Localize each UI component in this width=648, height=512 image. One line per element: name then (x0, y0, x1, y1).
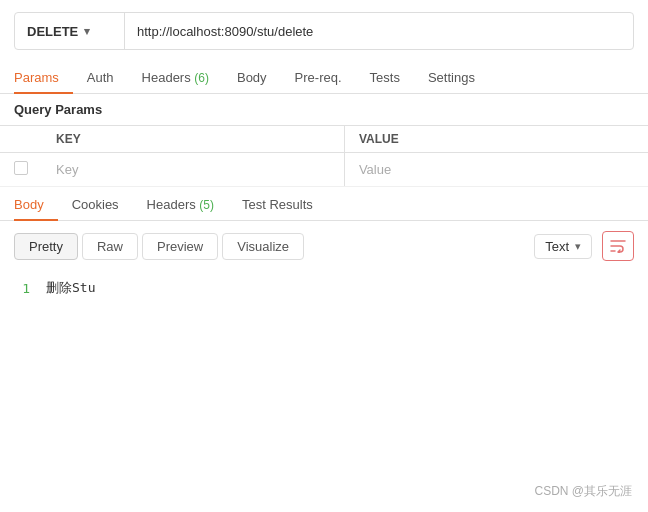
pretty-button[interactable]: Pretty (14, 233, 78, 260)
method-select[interactable]: DELETE ▾ (15, 13, 125, 49)
code-line-1: 1 删除Stu (14, 279, 634, 297)
tab-cookies[interactable]: Cookies (58, 189, 133, 220)
checkbox-col-header (0, 126, 42, 153)
chevron-down-icon: ▾ (84, 25, 90, 38)
tab-settings[interactable]: Settings (414, 62, 489, 93)
wrap-icon (610, 239, 626, 253)
row-checkbox[interactable] (14, 161, 28, 175)
query-params-header: Query Params (0, 94, 648, 125)
format-bar: Pretty Raw Preview Visualize Text ▾ (0, 221, 648, 271)
params-table: KEY VALUE Key Value (0, 125, 648, 187)
code-area: 1 删除Stu (0, 271, 648, 305)
tab-body[interactable]: Body (223, 62, 281, 93)
tab-params[interactable]: Params (14, 62, 73, 93)
footer: CSDN @其乐无涯 (534, 483, 632, 500)
top-tab-bar: Params Auth Headers (6) Body Pre-req. Te… (0, 62, 648, 94)
tab-prereq[interactable]: Pre-req. (281, 62, 356, 93)
value-cell[interactable]: Value (344, 153, 648, 187)
table-row: Key Value (0, 153, 648, 187)
tab-auth[interactable]: Auth (73, 62, 128, 93)
headers-badge: (6) (194, 71, 209, 85)
line-number-1: 1 (14, 281, 30, 296)
visualize-button[interactable]: Visualize (222, 233, 304, 260)
value-column-header: VALUE (344, 126, 648, 153)
text-type-label: Text (545, 239, 569, 254)
method-label: DELETE (27, 24, 78, 39)
key-cell[interactable]: Key (42, 153, 344, 187)
code-content-1[interactable]: 删除Stu (46, 279, 95, 297)
key-column-header: KEY (42, 126, 344, 153)
url-bar: DELETE ▾ (14, 12, 634, 50)
text-type-chevron: ▾ (575, 240, 581, 253)
body-tab-bar: Body Cookies Headers (5) Test Results (0, 189, 648, 221)
tab-tests[interactable]: Tests (356, 62, 414, 93)
raw-button[interactable]: Raw (82, 233, 138, 260)
wrap-button[interactable] (602, 231, 634, 261)
tab-test-results[interactable]: Test Results (228, 189, 327, 220)
footer-text: CSDN @其乐无涯 (534, 484, 632, 498)
tab-body-response[interactable]: Body (14, 189, 58, 220)
preview-button[interactable]: Preview (142, 233, 218, 260)
tab-headers[interactable]: Headers (6) (128, 62, 223, 93)
response-headers-badge: (5) (199, 198, 214, 212)
text-type-select[interactable]: Text ▾ (534, 234, 592, 259)
url-input[interactable] (125, 24, 633, 39)
tab-response-headers[interactable]: Headers (5) (133, 189, 228, 220)
